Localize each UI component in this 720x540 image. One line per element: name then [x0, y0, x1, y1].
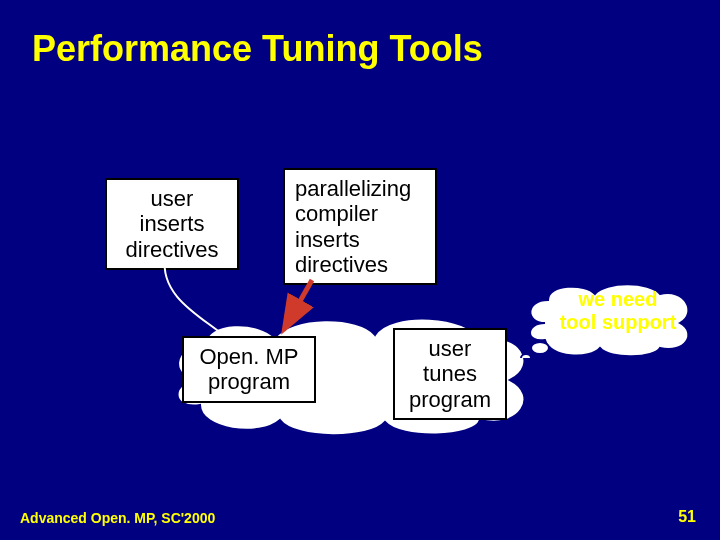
footer-left: Advanced Open. MP, SC'2000: [20, 510, 215, 526]
node-openmp-program-front: Open. MPprogram: [182, 336, 316, 403]
page-title: Performance Tuning Tools: [32, 28, 483, 70]
arrow-compiler-to-openmp: [272, 276, 332, 338]
connector-user-to-openmp: [150, 256, 240, 341]
node-parallelizing-compiler: parallelizingcompilerinsertsdirectives: [283, 168, 437, 285]
svg-line-2: [286, 280, 312, 326]
svg-point-0: [531, 342, 549, 354]
node-user-tunes-front: usertunesprogram: [393, 328, 507, 420]
svg-point-1: [521, 354, 531, 358]
callout-tool-support: we needtool support: [548, 288, 688, 334]
footer-page-number: 51: [678, 508, 696, 526]
